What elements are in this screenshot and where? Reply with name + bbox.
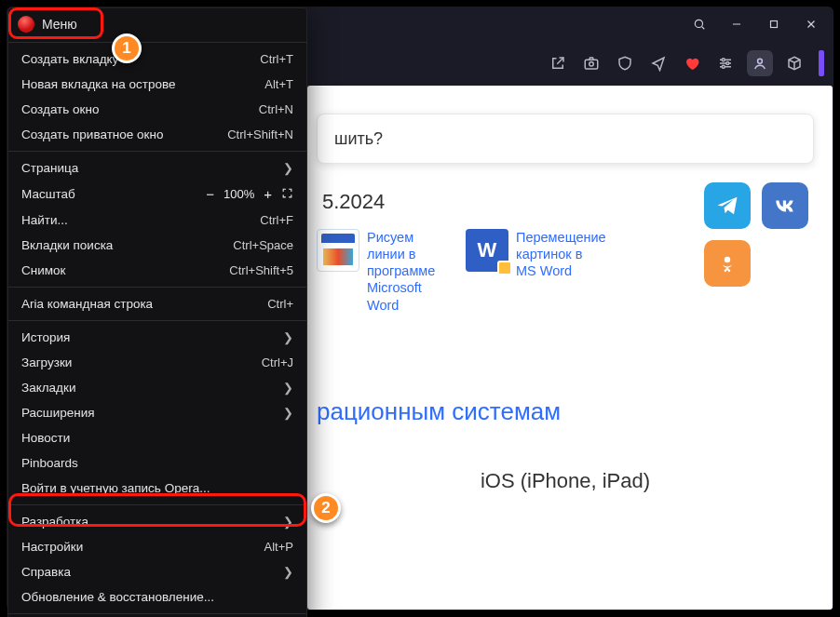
share-buttons xyxy=(704,182,808,287)
menu-item[interactable]: Новости xyxy=(8,425,306,450)
os-label: iOS (iPhone, iPad) xyxy=(317,469,814,493)
ok-icon[interactable] xyxy=(704,240,751,287)
menu-item[interactable]: Новая вкладка на островеAlt+T xyxy=(8,72,306,97)
menu-item[interactable]: Обновление & восстановление... xyxy=(8,584,306,610)
menu-item[interactable]: Масштаб−100%+ xyxy=(8,181,306,208)
menu-item-label: Новая вкладка на острове xyxy=(21,77,176,91)
send-icon[interactable] xyxy=(646,51,671,75)
zoom-in-button[interactable]: + xyxy=(264,186,272,202)
menu-item-label: Обновление & восстановление... xyxy=(21,590,214,604)
svg-point-7 xyxy=(589,62,594,67)
sidebar-toggle[interactable] xyxy=(819,50,824,76)
menu-item[interactable]: СнимокCtrl+Shift+5 xyxy=(8,258,306,283)
menu-shortcut: Ctrl+T xyxy=(249,52,293,66)
svg-point-0 xyxy=(695,20,702,27)
chevron-right-icon: ❯ xyxy=(283,330,293,344)
menu-item-label: Закладки xyxy=(21,381,75,395)
search-input[interactable]: шить? xyxy=(317,114,814,164)
card-title: Рисуем линии в программе Microsoft Word xyxy=(367,229,447,314)
svg-rect-3 xyxy=(771,21,778,28)
menu-item-label: Расширения xyxy=(21,406,95,420)
menu-shortcut: Alt+T xyxy=(253,77,293,91)
menu-item-label: Загрузки xyxy=(21,355,72,369)
menu-item[interactable]: Разработка❯ xyxy=(8,509,306,534)
menu-item[interactable]: Войти в учетную запись Opera... xyxy=(8,476,306,501)
menu-item[interactable]: Создать окноCtrl+N xyxy=(8,97,306,122)
menu-shortcut: Ctrl+J xyxy=(251,355,293,369)
menu-item-label: Войти в учетную запись Opera... xyxy=(21,481,210,495)
main-menu: Меню Создать вкладкуCtrl+TНовая вкладка … xyxy=(7,7,307,617)
svg-point-11 xyxy=(722,59,725,61)
menu-item-label: История xyxy=(21,330,70,344)
menu-shortcut: Ctrl+Space xyxy=(222,238,293,252)
menu-item-label: Страница xyxy=(21,161,78,175)
menu-item[interactable]: Расширения❯ xyxy=(8,400,306,425)
menu-shortcut: Ctrl+N xyxy=(248,102,293,116)
chevron-right-icon: ❯ xyxy=(283,406,293,420)
vk-icon[interactable] xyxy=(762,182,808,229)
chevron-right-icon: ❯ xyxy=(283,565,293,579)
profile-icon[interactable] xyxy=(747,50,773,76)
menu-header[interactable]: Меню xyxy=(8,8,306,43)
menu-item-label: Pinboards xyxy=(21,456,78,470)
menu-shortcut: Alt+P xyxy=(253,540,293,554)
svg-line-1 xyxy=(702,27,705,30)
menu-title: Меню xyxy=(42,17,77,32)
word-app-icon xyxy=(466,229,508,272)
share-icon[interactable] xyxy=(546,51,570,75)
zoom-out-button[interactable]: − xyxy=(206,186,214,202)
menu-item[interactable]: ЗагрузкиCtrl+J xyxy=(8,350,306,375)
menu-item[interactable]: Вкладки поискаCtrl+Space xyxy=(8,233,306,258)
menu-item[interactable]: Aria командная строкаCtrl+ xyxy=(8,291,306,316)
menu-shortcut: Ctrl+ xyxy=(256,297,293,311)
chevron-right-icon: ❯ xyxy=(283,515,293,529)
menu-shortcut: Ctrl+F xyxy=(249,213,293,227)
menu-item-label: Справка xyxy=(21,565,71,579)
section-link[interactable]: рационным системам xyxy=(317,397,814,426)
menu-item-label: Создать приватное окно xyxy=(21,127,163,141)
menu-item-label: Снимок xyxy=(21,263,65,277)
menu-item[interactable]: Pinboards xyxy=(8,450,306,476)
menu-item[interactable]: Справка❯ xyxy=(8,559,306,584)
chevron-right-icon: ❯ xyxy=(283,381,293,395)
close-button[interactable] xyxy=(793,7,830,42)
maximize-button[interactable] xyxy=(755,7,793,42)
svg-point-15 xyxy=(725,257,730,262)
camera-icon[interactable] xyxy=(579,51,603,75)
page-content: шить? 5.2024 Рисуем линии в программе Mi… xyxy=(307,86,833,610)
menu-item[interactable]: Создать вкладкуCtrl+T xyxy=(8,47,306,72)
search-icon[interactable] xyxy=(681,7,718,42)
card-title: Перемещение картинок в MS Word xyxy=(516,229,606,279)
svg-rect-6 xyxy=(585,60,598,69)
menu-item[interactable]: НастройкиAlt+P xyxy=(8,534,306,559)
settings-lines-icon[interactable] xyxy=(713,51,738,75)
heart-icon[interactable] xyxy=(680,51,704,75)
menu-item[interactable]: Создать приватное окноCtrl+Shift+N xyxy=(8,122,306,147)
menu-item-label: Масштаб xyxy=(21,187,75,201)
search-hint: шить? xyxy=(334,129,383,149)
paint-app-icon xyxy=(317,229,359,272)
zoom-value: 100% xyxy=(224,187,254,201)
fullscreen-icon[interactable] xyxy=(281,187,293,202)
cube-icon[interactable] xyxy=(782,51,806,75)
svg-point-14 xyxy=(758,59,763,63)
article-card[interactable]: Перемещение картинок в MS Word xyxy=(466,229,596,279)
svg-point-13 xyxy=(722,65,725,68)
menu-shortcut: Ctrl+Shift+N xyxy=(216,127,293,141)
menu-item-label: Aria командная строка xyxy=(21,297,153,311)
menu-item[interactable]: Страница❯ xyxy=(8,155,306,181)
article-card[interactable]: Рисуем линии в программе Microsoft Word xyxy=(317,229,447,314)
telegram-icon[interactable] xyxy=(704,182,751,229)
menu-item[interactable]: История❯ xyxy=(8,325,306,350)
svg-point-12 xyxy=(726,62,729,65)
opera-logo-icon xyxy=(18,16,34,33)
menu-item[interactable]: Закладки❯ xyxy=(8,375,306,400)
menu-item-label: Вкладки поиска xyxy=(21,238,113,252)
shield-icon[interactable] xyxy=(613,51,637,75)
minimize-button[interactable] xyxy=(718,7,755,42)
menu-item-label: Найти... xyxy=(21,213,68,227)
menu-shortcut: Ctrl+Shift+5 xyxy=(218,263,293,277)
menu-item[interactable]: Найти...Ctrl+F xyxy=(8,208,306,233)
menu-item-label: Создать вкладку xyxy=(21,52,118,66)
menu-item-label: Настройки xyxy=(21,540,83,554)
